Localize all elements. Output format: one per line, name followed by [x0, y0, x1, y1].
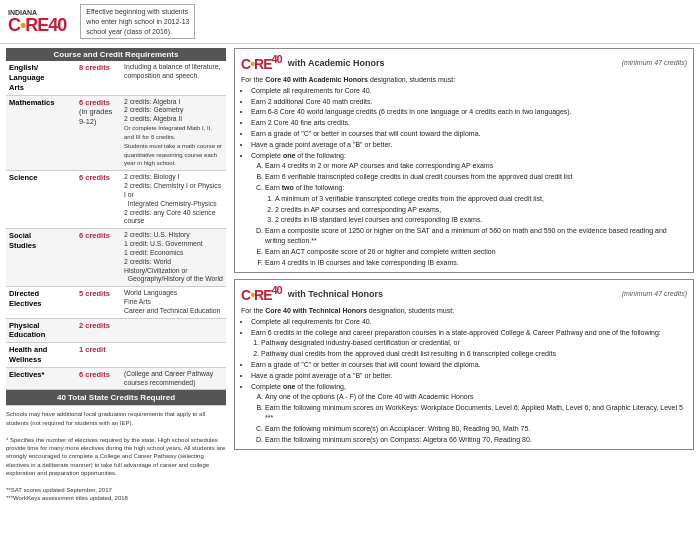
list-item: Have a grade point average of a "B" or b…	[251, 371, 687, 381]
credits: 6 credits (in grades 9-12)	[76, 95, 121, 171]
list-item: Earn 2 additional Core 40 math credits.	[251, 97, 687, 107]
list-item: Complete all requirements for Core 40.	[251, 317, 687, 327]
left-column: Course and Credit Requirements English/L…	[6, 48, 226, 536]
subject-name: Health andWellness	[6, 343, 76, 368]
list-item: Complete one of the following: Earn 4 cr…	[251, 151, 687, 268]
option-a: Earn 4 credits in 2 or more AP courses a…	[265, 161, 687, 171]
detail: (College and Career Pathway courses reco…	[121, 367, 226, 390]
credits: 6 credits	[76, 367, 121, 390]
option-b: Earn 6 verifiable transcripted college c…	[265, 172, 687, 182]
list-item: Have a grade point average of a "B" or b…	[251, 140, 687, 150]
option-c-sublist: A minimum of 3 verifiable transcripted c…	[275, 194, 687, 225]
detail: Including a balance of literature, compo…	[121, 61, 226, 95]
right-column: C•RE40 with Academic Honors (minimum 47 …	[234, 48, 694, 536]
academic-honors-title: with Academic Honors	[288, 58, 385, 68]
list-item: Earn a grade of "C" or better in courses…	[251, 360, 687, 370]
subject-name: DirectedElectives	[6, 287, 76, 318]
technical-options-list: Any one of the options (A - F) of the Co…	[265, 392, 687, 444]
detail: 2 credits: Algebra I 2 credits: Geometry…	[121, 95, 226, 171]
subject-name: English/LanguageArts	[6, 61, 76, 95]
academic-options-list: Earn 4 credits in 2 or more AP courses a…	[265, 161, 687, 267]
technical-honors-body: For the Core 40 with Technical Honors de…	[241, 306, 687, 444]
technical-honors-header: C•RE40 with Technical Honors (minimum 47…	[241, 284, 687, 303]
requirements-table: Course and Credit Requirements English/L…	[6, 48, 226, 406]
option-b: Earn the following minimum scores on Wor…	[265, 403, 687, 423]
sublist-item: A minimum of 3 verifiable transcripted c…	[275, 194, 687, 204]
table-row: Health andWellness 1 credit	[6, 343, 226, 368]
subject-name: SocialStudies	[6, 229, 76, 287]
pathway-item: Pathway dual credits from the approved d…	[261, 349, 687, 359]
pathway-list: Pathway designated industry-based certif…	[261, 338, 687, 359]
subject-name: Science	[6, 171, 76, 229]
academic-honors-intro: For the Core 40 with Academic Honors des…	[241, 75, 687, 85]
detail	[121, 343, 226, 368]
credits: 6 credits	[76, 229, 121, 287]
main-content: Course and Credit Requirements English/L…	[0, 44, 700, 540]
list-item: Earn 6 credits in the college and career…	[251, 328, 687, 359]
option-c: Earn two of the following: A minimum of …	[265, 183, 687, 225]
sublist-item: 2 credits in AP courses and correspondin…	[275, 205, 687, 215]
total-row: 40 Total State Credits Required	[6, 390, 226, 406]
list-item: Earn a grade of "C" or better in courses…	[251, 129, 687, 139]
table-row: Mathematics 6 credits (in grades 9-12) 2…	[6, 95, 226, 171]
table-row: SocialStudies 6 credits 2 credits: U.S. …	[6, 229, 226, 287]
list-item: Earn 6-8 Core 40 world language credits …	[251, 107, 687, 117]
academic-honors-box: C•RE40 with Academic Honors (minimum 47 …	[234, 48, 694, 273]
table-row: PhysicalEducation 2 credits	[6, 318, 226, 343]
list-item: Complete one of the following, Any one o…	[251, 382, 687, 445]
option-d: Earn the following minimum score(s) on C…	[265, 435, 687, 445]
credits: 8 credits	[76, 61, 121, 95]
sublist-item: 2 credits in IB standard level courses a…	[275, 215, 687, 225]
table-row: Electives* 6 credits (College and Career…	[6, 367, 226, 390]
table-row: Science 6 credits 2 credits: Biology I 2…	[6, 171, 226, 229]
technical-honors-intro: For the Core 40 with Technical Honors de…	[241, 306, 687, 316]
academic-honors-list: Complete all requirements for Core 40. E…	[251, 86, 687, 268]
academic-honors-header: C•RE40 with Academic Honors (minimum 47 …	[241, 53, 687, 72]
list-item: Complete all requirements for Core 40.	[251, 86, 687, 96]
technical-honors-box: C•RE40 with Technical Honors (minimum 47…	[234, 279, 694, 450]
subject-name: PhysicalEducation	[6, 318, 76, 343]
option-c: Earn the following minimum score(s) on A…	[265, 424, 687, 434]
subject-name: Electives*	[6, 367, 76, 390]
core40-logo: C•RE40	[8, 16, 66, 34]
option-e: Earn an ACT composite score of 26 or hig…	[265, 247, 687, 257]
core40-logo-tech: C•RE40	[241, 284, 282, 303]
credits: 6 credits	[76, 171, 121, 229]
academic-honors-min: (minimum 47 credits)	[622, 59, 687, 66]
footnotes: Schools may have additional local gradua…	[6, 410, 226, 502]
header-notice: Effective beginning with studentswho ent…	[80, 4, 195, 39]
subject-name: Mathematics	[6, 95, 76, 171]
page-header: INDIANA C•RE40 Effective beginning with …	[0, 0, 700, 44]
technical-honors-list: Complete all requirements for Core 40. E…	[251, 317, 687, 445]
credits: 2 credits	[76, 318, 121, 343]
credits: 5 credits	[76, 287, 121, 318]
technical-honors-title: with Technical Honors	[288, 289, 383, 299]
table-title: Course and Credit Requirements	[6, 48, 226, 61]
technical-honors-logo: C•RE40	[241, 284, 282, 303]
academic-honors-logo: C•RE40	[241, 53, 282, 72]
table-row: English/LanguageArts 8 credits Including…	[6, 61, 226, 95]
option-d: Earn a composite score of 1250 or higher…	[265, 226, 687, 246]
technical-honors-min: (minimum 47 credits)	[622, 290, 687, 297]
detail	[121, 318, 226, 343]
core40-logo-right: C•RE40	[241, 53, 282, 72]
detail: 2 credits: U.S. History 1 credit: U.S. G…	[121, 229, 226, 287]
detail: World Languages Fine Arts Career and Tec…	[121, 287, 226, 318]
option-a: Any one of the options (A - F) of the Co…	[265, 392, 687, 402]
academic-honors-body: For the Core 40 with Academic Honors des…	[241, 75, 687, 267]
pathway-item: Pathway designated industry-based certif…	[261, 338, 687, 348]
detail: 2 credits: Biology I 2 credits: Chemistr…	[121, 171, 226, 229]
table-row: DirectedElectives 5 credits World Langua…	[6, 287, 226, 318]
list-item: Earn 2 Core 40 fine arts credits.	[251, 118, 687, 128]
credits: 1 credit	[76, 343, 121, 368]
total-label: 40 Total State Credits Required	[6, 390, 226, 406]
option-f: Earn 4 credits in IB courses and take co…	[265, 258, 687, 268]
